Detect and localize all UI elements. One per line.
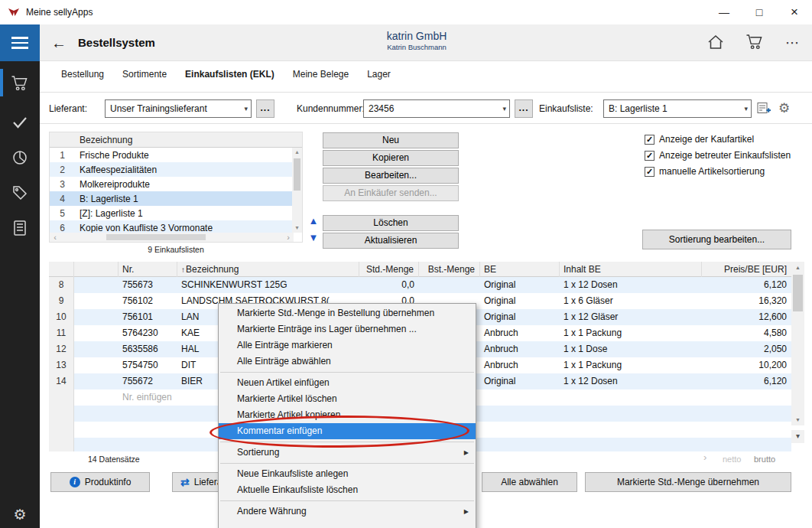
checkbox-checked-icon[interactable]: ✓ xyxy=(645,167,654,177)
menu-item-sortierung[interactable]: Sortierung ▶ xyxy=(219,445,476,461)
lieferant-browse-button[interactable]: ... xyxy=(256,99,274,118)
move-down-button[interactable]: ▼ xyxy=(307,231,320,245)
jump-to-end-button[interactable]: ▾ xyxy=(791,430,804,443)
scroll-up-icon[interactable]: ▲ xyxy=(791,262,804,273)
scroll-down-icon[interactable]: ▾ xyxy=(292,223,302,233)
move-up-button[interactable]: ▲ xyxy=(307,214,320,228)
tab-meine-belege[interactable]: Meine Belege xyxy=(293,69,349,80)
einkaufsliste-select[interactable]: B: Lagerliste 1 ▾ xyxy=(603,99,752,118)
scroll-right-icon[interactable]: › xyxy=(703,451,706,463)
menu-item-std-menge-uebernehmen[interactable]: Markierte Std.-Menge in Bestellung übern… xyxy=(219,305,476,321)
menu-item-alle-markieren[interactable]: Alle Einträge markieren xyxy=(219,337,476,354)
insert-placeholder[interactable]: Nr. einfügen xyxy=(119,389,177,406)
menu-item-einkaufsliste-loeschen[interactable]: Aktuelle Einkaufsliste löschen xyxy=(219,482,476,498)
checkbox-anzeige-kaufartikel[interactable]: ✓ Anzeige der Kaufartikel xyxy=(645,134,754,145)
checkbox-checked-icon[interactable]: ✓ xyxy=(645,135,654,145)
list-item[interactable]: 5[Z]: Lagerliste 1 xyxy=(50,206,294,220)
hamburger-menu-button[interactable] xyxy=(0,24,40,61)
list-item[interactable]: 1Frische Produkte xyxy=(50,148,294,162)
netto-toggle[interactable]: netto xyxy=(723,455,741,464)
bearbeiten-button[interactable]: Bearbeiten... xyxy=(323,168,459,184)
more-options-icon[interactable]: ⋯ xyxy=(785,34,800,51)
cell-be: Original xyxy=(480,309,560,325)
account-info: katrin GmbH Katrin Buschmann xyxy=(291,24,543,61)
sidebar-item-statistik[interactable] xyxy=(0,142,40,173)
minimize-button[interactable]: — xyxy=(706,0,742,24)
sidebar-item-preise[interactable] xyxy=(0,178,40,208)
maximize-button[interactable]: □ xyxy=(742,0,777,24)
scrollbar-thumb[interactable] xyxy=(793,275,803,311)
tab-lager[interactable]: Lager xyxy=(367,69,391,80)
checkbox-manuelle-artikelsortierung[interactable]: ✓ manuelle Artikelsortierung xyxy=(645,166,765,177)
menu-item-alle-abwaehlen[interactable]: Alle Einträge abwählen xyxy=(219,354,476,370)
tab-einkaufslisten[interactable]: Einkaufslisten (EKL) xyxy=(185,69,274,80)
scroll-up-icon[interactable]: ▴ xyxy=(292,148,302,157)
kopieren-button[interactable]: Kopieren xyxy=(323,150,459,166)
list-header[interactable]: Bezeichnung xyxy=(50,132,302,148)
scroll-down-icon[interactable]: ▼ xyxy=(791,414,804,425)
menu-item-neuer-artikel[interactable]: Neuen Artikel einfügen xyxy=(219,375,476,391)
column-bst-menge[interactable]: Bst.-Menge xyxy=(419,262,480,277)
checkbox-checked-icon[interactable]: ✓ xyxy=(645,151,654,161)
scrollbar-thumb[interactable] xyxy=(294,158,300,191)
sidebar-item-erledigt[interactable] xyxy=(0,107,40,138)
scroll-left-icon[interactable]: ‹ xyxy=(50,233,60,242)
std-menge-uebernehmen-button[interactable]: Markierte Std.-Menge übernehmen xyxy=(585,472,791,492)
checkbox-anzeige-betreuter-einkaufslisten[interactable]: ✓ Anzeige betreuter Einkaufslisten xyxy=(645,150,791,161)
cell-nr: 5764230 xyxy=(119,325,177,341)
menu-item-kommentar-einfuegen[interactable]: Kommentar einfügen xyxy=(219,423,476,439)
menu-item-ins-lager-uebernehmen[interactable]: Markierte Einträge ins Lager übernehmen … xyxy=(219,321,476,337)
table-vertical-scrollbar[interactable]: ▲ ▼ xyxy=(791,262,804,425)
aktualisieren-button[interactable]: Aktualisieren xyxy=(323,233,459,249)
cell-nr: 756101 xyxy=(119,309,177,325)
home-icon[interactable] xyxy=(707,34,724,52)
list-settings-gear-icon[interactable]: ⚙ xyxy=(778,100,790,116)
cart-icon[interactable] xyxy=(745,34,764,52)
column-be[interactable]: BE xyxy=(480,262,560,277)
tab-bestellung[interactable]: Bestellung xyxy=(61,69,104,80)
sidebar-item-bestellung[interactable] xyxy=(0,67,40,98)
tab-sortimente[interactable]: Sortimente xyxy=(122,69,167,80)
scrollbar-thumb[interactable] xyxy=(106,234,206,240)
list-item[interactable]: 2Kaffeespezialitäten xyxy=(50,162,294,177)
checkbox-label: Anzeige betreuter Einkaufslisten xyxy=(659,150,791,161)
cell-inhalt: 1 x 12 Gläser xyxy=(560,309,702,325)
sortierung-bearbeiten-button[interactable]: Sortierung bearbeiten... xyxy=(642,230,791,249)
cell-inhalt: 1 x 1 Dose xyxy=(560,341,702,357)
menu-item-artikel-kopieren[interactable]: Markierte Artikel kopieren xyxy=(219,407,476,423)
list-header-bezeichnung[interactable]: Bezeichnung xyxy=(75,135,132,145)
column-std-menge[interactable]: Std.-Menge xyxy=(359,262,419,277)
sidebar-item-belege[interactable] xyxy=(0,213,40,243)
list-item[interactable]: 3Molkereiprodukte xyxy=(50,177,294,191)
an-einkaeufer-senden-button[interactable]: An Einkäufer senden... xyxy=(323,185,459,201)
tag-icon xyxy=(12,185,28,200)
cell-bst xyxy=(419,277,480,293)
kundennummer-select[interactable]: 23456 ▾ xyxy=(363,99,510,118)
menu-item-andere-waehrung[interactable]: Andere Währung ▶ xyxy=(219,504,476,520)
list-item-selected[interactable]: 4B: Lagerliste 1 xyxy=(50,191,294,206)
column-nr[interactable]: Nr. xyxy=(119,262,177,277)
chevron-down-icon: ▾ xyxy=(502,105,506,112)
loeschen-button[interactable]: Löschen xyxy=(323,215,459,231)
lieferant-select[interactable]: Unser Trainingslieferant ▾ xyxy=(105,99,252,118)
column-preis[interactable]: Preis/BE [EUR] xyxy=(702,262,791,277)
scroll-right-icon[interactable]: › xyxy=(283,233,294,242)
menu-item-neue-einkaufsliste[interactable]: Neue Einkaufsliste anlegen xyxy=(219,466,476,482)
neu-button[interactable]: Neu xyxy=(323,132,459,148)
list-vertical-scrollbar[interactable]: ▴ ▾ xyxy=(292,148,302,233)
kundennummer-browse-button[interactable]: ... xyxy=(515,99,533,118)
alle-abwaehlen-button[interactable]: Alle abwählen xyxy=(482,472,577,492)
produktinfo-button[interactable]: i Produktinfo xyxy=(50,472,150,492)
back-button[interactable]: ← xyxy=(47,32,70,54)
menu-item-artikel-loeschen[interactable]: Markierte Artikel löschen xyxy=(219,391,476,407)
new-list-icon[interactable] xyxy=(757,102,771,117)
column-inhalt-be[interactable]: Inhalt BE xyxy=(560,262,702,277)
sidebar-item-settings[interactable]: ⚙ xyxy=(0,499,40,528)
close-button[interactable]: × xyxy=(777,0,812,24)
cell-inhalt: 1 x 12 Dosen xyxy=(560,373,702,389)
brutto-toggle[interactable]: brutto xyxy=(754,455,775,464)
table-row[interactable]: 8 755673 SCHINKENWURST 125G 0,0 Original… xyxy=(49,277,791,293)
column-bezeichnung[interactable]: ↑Bezeichnung xyxy=(177,262,359,277)
list-horizontal-scrollbar[interactable]: ‹ › xyxy=(50,233,294,242)
hamburger-icon xyxy=(11,37,28,39)
